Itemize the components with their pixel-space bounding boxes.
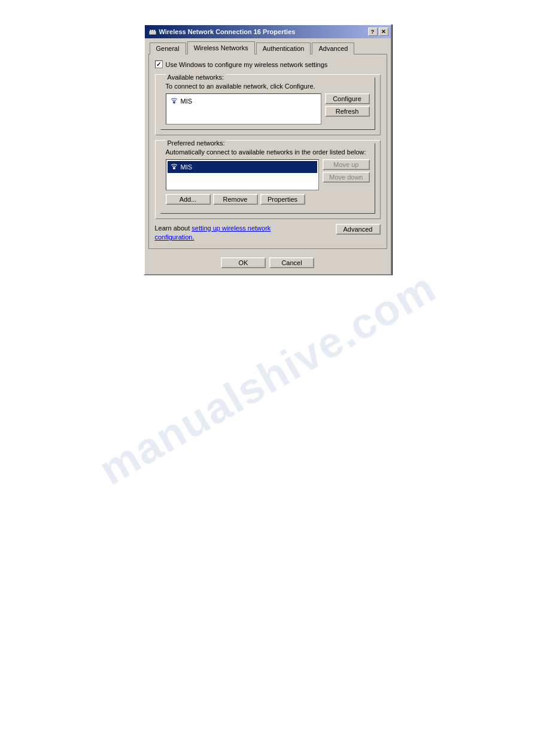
preferred-networks-group: Preferred networks: Automatically connec… <box>155 140 381 219</box>
available-networks-buttons: Configure Refresh <box>325 93 370 117</box>
preferred-network-item[interactable]: MIS <box>168 161 318 173</box>
preferred-networks-description: Automatically connect to available netwo… <box>166 148 370 156</box>
properties-button[interactable]: Properties <box>260 194 305 205</box>
network-icon <box>170 96 178 106</box>
available-networks-inner: Available networks: To connect to an ava… <box>160 77 375 130</box>
tab-authentication[interactable]: Authentication <box>256 42 311 54</box>
preferred-network-name: MIS <box>181 163 193 171</box>
title-bar-buttons: ? ✕ <box>368 28 388 36</box>
preferred-networks-inner: Preferred networks: Automatically connec… <box>160 143 375 214</box>
svg-rect-4 <box>154 30 155 31</box>
window-title: Wireless Network Connection 16 Propertie… <box>159 28 296 35</box>
configure-button[interactable]: Configure <box>325 93 370 104</box>
close-button[interactable]: ✕ <box>379 28 388 36</box>
use-windows-checkbox[interactable] <box>155 60 163 68</box>
ok-button[interactable]: OK <box>221 257 266 268</box>
preferred-networks-row: MIS Move up Move down <box>166 159 370 190</box>
preferred-networks-listbox[interactable]: MIS <box>166 159 320 190</box>
available-networks-listbox[interactable]: MIS <box>166 93 321 125</box>
tab-general[interactable]: General <box>150 42 186 54</box>
learn-about-text: Learn about <box>155 224 190 232</box>
network-icon-preferred <box>170 162 178 172</box>
add-button[interactable]: Add... <box>166 194 211 205</box>
preferred-networks-label: Preferred networks: <box>166 139 227 147</box>
dialog-footer: OK Cancel <box>145 253 391 274</box>
advanced-button[interactable]: Advanced <box>336 224 381 235</box>
move-up-button[interactable]: Move up <box>323 159 369 170</box>
move-down-button[interactable]: Move down <box>323 172 369 183</box>
title-bar-left: Wireless Network Connection 16 Propertie… <box>148 28 296 36</box>
preferred-action-row: Add... Remove Properties <box>166 194 370 205</box>
help-button[interactable]: ? <box>368 28 378 36</box>
svg-rect-2 <box>150 30 151 31</box>
learn-advanced-row: Learn about setting up wireless network … <box>155 224 381 242</box>
use-windows-label: Use Windows to configure my wireless net… <box>166 61 328 68</box>
available-networks-row: MIS Configure Refresh <box>166 93 370 125</box>
available-network-name: MIS <box>181 98 193 105</box>
available-networks-group: Available networks: To connect to an ava… <box>155 74 381 135</box>
svg-point-5 <box>173 101 175 104</box>
learn-text-block: Learn about setting up wireless network … <box>155 224 305 242</box>
window-icon <box>148 28 157 36</box>
available-networks-label: Available networks: <box>166 74 226 81</box>
tab-content-wireless: Use Windows to configure my wireless net… <box>148 54 387 249</box>
svg-point-6 <box>173 167 175 169</box>
available-network-item[interactable]: MIS <box>168 95 320 107</box>
remove-button[interactable]: Remove <box>213 194 258 205</box>
cancel-button[interactable]: Cancel <box>269 257 314 268</box>
tab-strip: General Wireless Networks Authentication… <box>145 38 391 54</box>
tab-wireless-networks[interactable]: Wireless Networks <box>187 41 255 54</box>
available-networks-description: To connect to an available network, clic… <box>166 83 370 90</box>
tab-advanced[interactable]: Advanced <box>312 42 354 54</box>
refresh-button[interactable]: Refresh <box>325 106 370 117</box>
dialog-window: Wireless Network Connection 16 Propertie… <box>144 24 392 275</box>
preferred-networks-buttons: Move up Move down <box>323 159 369 183</box>
title-bar: Wireless Network Connection 16 Propertie… <box>145 25 391 38</box>
use-windows-checkbox-row: Use Windows to configure my wireless net… <box>155 60 381 68</box>
svg-rect-3 <box>152 30 153 31</box>
